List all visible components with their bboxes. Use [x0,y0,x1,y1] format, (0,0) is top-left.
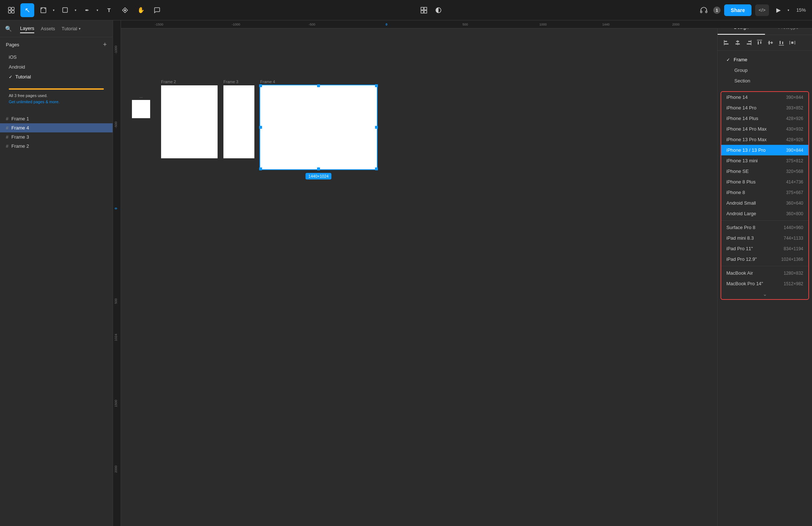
device-iphone8plus[interactable]: iPhone 8 Plus 414×736 [721,177,808,187]
align-center-h-button[interactable] [733,38,742,47]
tool-group-select: ↖ [20,3,34,17]
upgrade-link[interactable]: Get unlimited pages & more. [9,100,59,104]
frame3-box[interactable] [223,85,254,158]
frame-type-check-icon: ✓ [726,57,730,62]
play-chevron[interactable]: ▾ [786,4,791,16]
frame-tool-button[interactable] [36,3,50,17]
handle-br[interactable] [375,167,378,170]
device-iphone14plus[interactable]: iPhone 14 Plus 428×926 [721,113,808,124]
align-bottom-button[interactable] [777,38,786,47]
device-iphone14-name: iPhone 14 [726,94,786,100]
device-ipad-pro12[interactable]: iPad Pro 12.9" 1024×1366 [721,254,808,264]
frame-type-frame[interactable]: ✓ Frame [723,54,807,65]
ruler-tick-v: 2000 [114,465,118,473]
theme-toggle-button[interactable] [433,4,444,16]
device-iphone13mini[interactable]: iPhone 13 mini 375×812 [721,155,808,166]
device-iphone13promax[interactable]: iPhone 13 Pro Max 428×926 [721,134,808,145]
frame4-box[interactable] [260,85,377,169]
device-iphone14[interactable]: iPhone 14 390×844 [721,92,808,103]
device-iphone8[interactable]: iPhone 8 375×667 [721,187,808,198]
device-surface-pro8[interactable]: Surface Pro 8 1440×960 [721,222,808,233]
ruler-tick: -500 [309,23,315,26]
device-iphone14pro-name: iPhone 14 Pro [726,105,786,111]
ruler-vertical: -1000 -500 0 500 1024 1500 2000 [113,20,121,526]
ruler-tick: 1440 [602,23,610,26]
pages-progress-bar-container [9,88,104,90]
align-middle-button[interactable] [766,38,775,47]
frame1-icon: # [6,116,8,121]
handle-tm[interactable] [317,84,320,87]
main-menu-button[interactable] [4,3,18,17]
tab-tutorial[interactable]: Tutorial ▾ [62,26,81,31]
device-ipad-pro12-size: 1024×1366 [781,257,803,262]
svg-rect-0 [8,7,11,10]
handle-tr[interactable] [375,84,378,87]
svg-rect-2 [8,11,11,13]
layer-frame2-label: Frame 2 [11,143,29,149]
layer-item-frame1[interactable]: # Frame 1 [0,114,113,123]
device-ipad-mini[interactable]: iPad mini 8.3 744×1133 [721,233,808,243]
text-tool-button[interactable]: T [102,3,116,17]
device-macbook-air[interactable]: MacBook Air 1280×832 [721,268,808,278]
device-iphone8-name: iPhone 8 [726,190,786,195]
handle-tl[interactable] [259,84,262,87]
device-iphone14promax[interactable]: iPhone 14 Pro Max 430×932 [721,124,808,134]
comment-tool-button[interactable] [150,3,164,17]
pen-tool-button[interactable]: ✒ [80,3,94,17]
device-ipad-pro11[interactable]: iPad Pro 11" 834×1194 [721,243,808,254]
search-icon[interactable]: 🔍 [5,26,12,32]
handle-bl[interactable] [259,167,262,170]
select-tool-button[interactable]: ↖ [20,3,34,17]
grid-toggle-button[interactable] [418,4,430,16]
layer-item-frame2[interactable]: # Frame 2 [0,142,113,151]
svg-rect-13 [421,11,423,13]
pen-tool-chevron[interactable]: ▾ [95,3,100,17]
toolbar-left: ↖ ▾ ▾ ✒ ▾ [4,3,164,17]
device-divider-2 [721,266,808,266]
page-item-tutorial[interactable]: ✓ Tutorial [0,72,113,82]
layer-item-frame4[interactable]: # Frame 4 [0,123,113,132]
device-android-large[interactable]: Android Large 360×800 [721,208,808,219]
frame-type-group[interactable]: Group [723,65,807,76]
page-item-ios[interactable]: iOS [0,52,113,62]
tab-layers[interactable]: Layers [20,24,34,33]
align-top-button[interactable] [755,38,764,47]
device-iphone14pro[interactable]: iPhone 14 Pro 393×852 [721,103,808,113]
handle-ml[interactable] [259,126,262,129]
hand-tool-button[interactable]: ✋ [134,3,148,17]
device-iphone13pro[interactable]: iPhone 13 / 13 Pro 390×844 [721,145,808,155]
svg-rect-1 [12,7,14,10]
frame1-box[interactable] [132,100,150,118]
shapes-tool-button[interactable] [58,3,72,17]
handle-mr[interactable] [375,126,378,129]
pages-progress-bar [9,88,104,90]
page-item-android[interactable]: Android [0,62,113,72]
frame-tool-chevron[interactable]: ▾ [51,3,56,17]
page-android-label: Android [9,64,25,70]
device-iphonese[interactable]: iPhone SE 320×568 [721,166,808,177]
align-left-button[interactable] [722,38,731,47]
align-right-button[interactable] [744,38,753,47]
frame-type-section[interactable]: Section [723,76,807,86]
play-button[interactable]: ▶ [773,4,784,16]
device-macbook-pro14[interactable]: MacBook Pro 14" 1512×982 [721,278,808,289]
canvas[interactable]: ... Frame 2 Frame 3 Frame 4 [121,28,812,526]
more-devices-button[interactable]: ⌄ [721,289,808,299]
device-android-small[interactable]: Android Small 360×640 [721,198,808,208]
handle-bm[interactable] [317,167,320,170]
components-tool-button[interactable] [118,3,132,17]
device-iphone14promax-name: iPhone 14 Pro Max [726,126,786,132]
distribute-button[interactable] [788,38,797,47]
frame2-box[interactable] [161,85,218,158]
tab-assets[interactable]: Assets [41,24,55,33]
device-android-large-size: 360×800 [786,211,803,216]
zoom-level: 15% [795,7,808,13]
ruler-tick: -1500 [155,23,163,26]
layer-frame4-label: Frame 4 [11,125,29,131]
code-view-button[interactable]: </> [755,4,769,16]
page-ios-label: iOS [9,54,17,60]
shapes-tool-chevron[interactable]: ▾ [73,3,78,17]
share-button[interactable]: Share [724,4,752,16]
layer-item-frame3[interactable]: # Frame 3 [0,132,113,142]
add-page-button[interactable]: + [103,41,107,49]
